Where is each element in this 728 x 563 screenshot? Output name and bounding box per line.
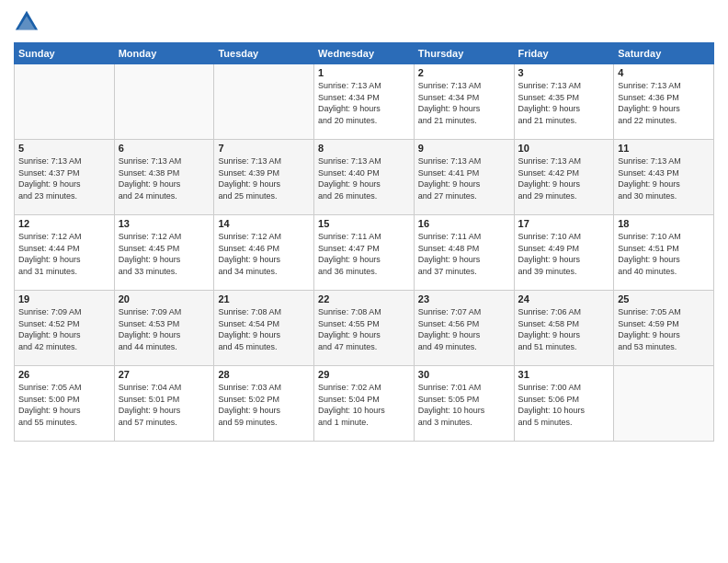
day-number: 5 bbox=[18, 143, 110, 154]
day-number: 2 bbox=[418, 67, 510, 78]
day-number: 17 bbox=[518, 218, 610, 229]
day-info: Sunrise: 7:13 AM Sunset: 4:39 PM Dayligh… bbox=[218, 155, 310, 201]
calendar-cell: 6Sunrise: 7:13 AM Sunset: 4:38 PM Daylig… bbox=[114, 140, 214, 215]
calendar-cell: 27Sunrise: 7:04 AM Sunset: 5:01 PM Dayli… bbox=[114, 366, 214, 442]
calendar-cell: 30Sunrise: 7:01 AM Sunset: 5:05 PM Dayli… bbox=[414, 366, 514, 442]
calendar-cell bbox=[214, 64, 314, 140]
day-number: 19 bbox=[18, 293, 110, 304]
day-number: 12 bbox=[18, 218, 110, 229]
day-info: Sunrise: 7:11 AM Sunset: 4:47 PM Dayligh… bbox=[318, 231, 410, 277]
day-number: 6 bbox=[119, 143, 210, 154]
day-info: Sunrise: 7:05 AM Sunset: 4:59 PM Dayligh… bbox=[618, 306, 710, 352]
weekday-header-row: SundayMondayTuesdayWednesdayThursdayFrid… bbox=[15, 43, 714, 64]
weekday-header-sunday: Sunday bbox=[15, 43, 115, 64]
day-number: 10 bbox=[518, 143, 610, 154]
calendar-cell: 5Sunrise: 7:13 AM Sunset: 4:37 PM Daylig… bbox=[15, 140, 115, 215]
day-info: Sunrise: 7:13 AM Sunset: 4:43 PM Dayligh… bbox=[618, 155, 710, 201]
weekday-header-tuesday: Tuesday bbox=[214, 43, 314, 64]
calendar-week-2: 5Sunrise: 7:13 AM Sunset: 4:37 PM Daylig… bbox=[15, 140, 714, 215]
day-info: Sunrise: 7:12 AM Sunset: 4:45 PM Dayligh… bbox=[119, 231, 210, 277]
calendar-cell bbox=[114, 64, 214, 140]
day-number: 9 bbox=[418, 143, 510, 154]
calendar-cell: 28Sunrise: 7:03 AM Sunset: 5:02 PM Dayli… bbox=[214, 366, 314, 442]
day-number: 29 bbox=[318, 369, 410, 380]
calendar-cell: 26Sunrise: 7:05 AM Sunset: 5:00 PM Dayli… bbox=[15, 366, 115, 442]
weekday-header-thursday: Thursday bbox=[414, 43, 514, 64]
weekday-header-saturday: Saturday bbox=[614, 43, 714, 64]
day-info: Sunrise: 7:01 AM Sunset: 5:05 PM Dayligh… bbox=[418, 382, 510, 428]
day-number: 21 bbox=[218, 293, 310, 304]
calendar-cell: 24Sunrise: 7:06 AM Sunset: 4:58 PM Dayli… bbox=[514, 291, 614, 366]
day-info: Sunrise: 7:12 AM Sunset: 4:46 PM Dayligh… bbox=[218, 231, 310, 277]
calendar-cell: 9Sunrise: 7:13 AM Sunset: 4:41 PM Daylig… bbox=[414, 140, 514, 215]
day-info: Sunrise: 7:09 AM Sunset: 4:52 PM Dayligh… bbox=[18, 306, 110, 352]
day-info: Sunrise: 7:13 AM Sunset: 4:34 PM Dayligh… bbox=[318, 80, 410, 126]
calendar-cell: 10Sunrise: 7:13 AM Sunset: 4:42 PM Dayli… bbox=[514, 140, 614, 215]
day-info: Sunrise: 7:13 AM Sunset: 4:38 PM Dayligh… bbox=[119, 155, 210, 201]
day-number: 11 bbox=[618, 143, 710, 154]
day-number: 20 bbox=[119, 293, 210, 304]
day-number: 28 bbox=[218, 369, 310, 380]
day-info: Sunrise: 7:00 AM Sunset: 5:06 PM Dayligh… bbox=[518, 382, 610, 428]
day-info: Sunrise: 7:13 AM Sunset: 4:37 PM Dayligh… bbox=[18, 155, 110, 201]
calendar-cell: 7Sunrise: 7:13 AM Sunset: 4:39 PM Daylig… bbox=[214, 140, 314, 215]
day-info: Sunrise: 7:10 AM Sunset: 4:49 PM Dayligh… bbox=[518, 231, 610, 277]
day-info: Sunrise: 7:08 AM Sunset: 4:55 PM Dayligh… bbox=[318, 306, 410, 352]
day-info: Sunrise: 7:08 AM Sunset: 4:54 PM Dayligh… bbox=[218, 306, 310, 352]
calendar-cell: 13Sunrise: 7:12 AM Sunset: 4:45 PM Dayli… bbox=[114, 215, 214, 291]
day-info: Sunrise: 7:07 AM Sunset: 4:56 PM Dayligh… bbox=[418, 306, 510, 352]
calendar-cell: 16Sunrise: 7:11 AM Sunset: 4:48 PM Dayli… bbox=[414, 215, 514, 291]
calendar-week-3: 12Sunrise: 7:12 AM Sunset: 4:44 PM Dayli… bbox=[15, 215, 714, 291]
calendar-cell: 31Sunrise: 7:00 AM Sunset: 5:06 PM Dayli… bbox=[514, 366, 614, 442]
calendar-cell: 23Sunrise: 7:07 AM Sunset: 4:56 PM Dayli… bbox=[414, 291, 514, 366]
day-number: 26 bbox=[18, 369, 110, 380]
day-info: Sunrise: 7:09 AM Sunset: 4:53 PM Dayligh… bbox=[119, 306, 210, 352]
calendar-cell: 20Sunrise: 7:09 AM Sunset: 4:53 PM Dayli… bbox=[114, 291, 214, 366]
day-info: Sunrise: 7:13 AM Sunset: 4:36 PM Dayligh… bbox=[618, 80, 710, 126]
calendar-cell: 15Sunrise: 7:11 AM Sunset: 4:47 PM Dayli… bbox=[314, 215, 415, 291]
day-info: Sunrise: 7:04 AM Sunset: 5:01 PM Dayligh… bbox=[119, 382, 210, 428]
day-info: Sunrise: 7:13 AM Sunset: 4:41 PM Dayligh… bbox=[418, 155, 510, 201]
calendar-cell: 17Sunrise: 7:10 AM Sunset: 4:49 PM Dayli… bbox=[514, 215, 614, 291]
day-number: 16 bbox=[418, 218, 510, 229]
weekday-header-monday: Monday bbox=[114, 43, 214, 64]
day-info: Sunrise: 7:13 AM Sunset: 4:40 PM Dayligh… bbox=[318, 155, 410, 201]
day-number: 7 bbox=[218, 143, 310, 154]
day-number: 22 bbox=[318, 293, 410, 304]
calendar-week-4: 19Sunrise: 7:09 AM Sunset: 4:52 PM Dayli… bbox=[15, 291, 714, 366]
day-number: 31 bbox=[518, 369, 610, 380]
calendar-cell: 14Sunrise: 7:12 AM Sunset: 4:46 PM Dayli… bbox=[214, 215, 314, 291]
day-info: Sunrise: 7:05 AM Sunset: 5:00 PM Dayligh… bbox=[18, 382, 110, 428]
day-number: 30 bbox=[418, 369, 510, 380]
day-number: 14 bbox=[218, 218, 310, 229]
day-number: 4 bbox=[618, 67, 710, 78]
calendar-cell: 22Sunrise: 7:08 AM Sunset: 4:55 PM Dayli… bbox=[314, 291, 415, 366]
calendar-cell: 2Sunrise: 7:13 AM Sunset: 4:34 PM Daylig… bbox=[414, 64, 514, 140]
day-number: 3 bbox=[518, 67, 610, 78]
day-number: 1 bbox=[318, 67, 410, 78]
calendar-cell: 19Sunrise: 7:09 AM Sunset: 4:52 PM Dayli… bbox=[15, 291, 115, 366]
day-number: 13 bbox=[119, 218, 210, 229]
calendar-cell: 8Sunrise: 7:13 AM Sunset: 4:40 PM Daylig… bbox=[314, 140, 415, 215]
day-number: 18 bbox=[618, 218, 710, 229]
weekday-header-wednesday: Wednesday bbox=[314, 43, 415, 64]
day-info: Sunrise: 7:02 AM Sunset: 5:04 PM Dayligh… bbox=[318, 382, 410, 428]
calendar-cell: 29Sunrise: 7:02 AM Sunset: 5:04 PM Dayli… bbox=[314, 366, 415, 442]
calendar-cell: 3Sunrise: 7:13 AM Sunset: 4:35 PM Daylig… bbox=[514, 64, 614, 140]
day-number: 27 bbox=[119, 369, 210, 380]
day-number: 15 bbox=[318, 218, 410, 229]
day-info: Sunrise: 7:11 AM Sunset: 4:48 PM Dayligh… bbox=[418, 231, 510, 277]
calendar-cell: 25Sunrise: 7:05 AM Sunset: 4:59 PM Dayli… bbox=[614, 291, 714, 366]
day-info: Sunrise: 7:13 AM Sunset: 4:34 PM Dayligh… bbox=[418, 80, 510, 126]
day-number: 24 bbox=[518, 293, 610, 304]
calendar-cell: 21Sunrise: 7:08 AM Sunset: 4:54 PM Dayli… bbox=[214, 291, 314, 366]
day-number: 25 bbox=[618, 293, 710, 304]
calendar-week-5: 26Sunrise: 7:05 AM Sunset: 5:00 PM Dayli… bbox=[15, 366, 714, 442]
calendar-cell bbox=[15, 64, 115, 140]
calendar-cell: 4Sunrise: 7:13 AM Sunset: 4:36 PM Daylig… bbox=[614, 64, 714, 140]
calendar-table: SundayMondayTuesdayWednesdayThursdayFrid… bbox=[14, 42, 714, 442]
calendar-cell bbox=[614, 366, 714, 442]
day-info: Sunrise: 7:13 AM Sunset: 4:35 PM Dayligh… bbox=[518, 80, 610, 126]
day-info: Sunrise: 7:06 AM Sunset: 4:58 PM Dayligh… bbox=[518, 306, 610, 352]
day-info: Sunrise: 7:13 AM Sunset: 4:42 PM Dayligh… bbox=[518, 155, 610, 201]
